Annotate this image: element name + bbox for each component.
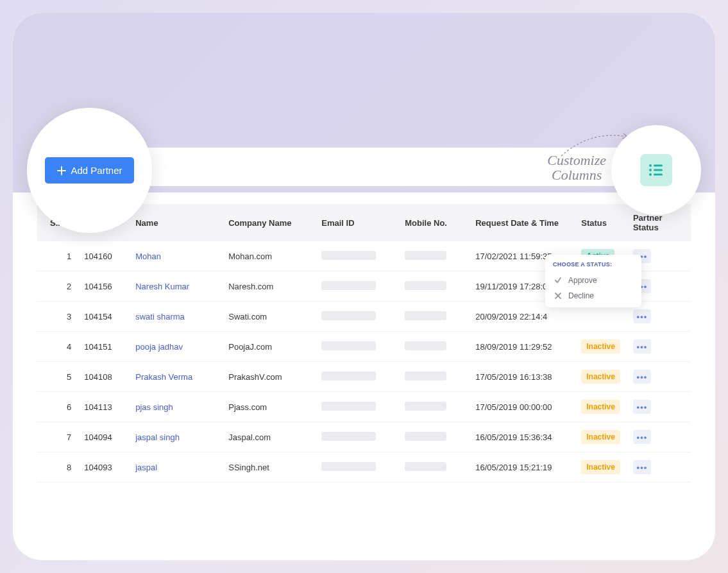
cell-mobile bbox=[398, 332, 469, 362]
column-header[interactable]: Email ID bbox=[315, 204, 398, 241]
cell-actions: ••• bbox=[627, 392, 691, 422]
cell-sno: 3 bbox=[37, 302, 78, 332]
cell-id: 104156 bbox=[78, 271, 129, 302]
table-row: 4104151pooja jadhavPoojaJ.com18/09/2019 … bbox=[37, 332, 691, 362]
redacted-email bbox=[321, 311, 376, 320]
redacted-email bbox=[321, 251, 376, 260]
popup-title: CHOOSE A STATUS: bbox=[553, 261, 634, 268]
partners-table-container: S.No.IDNameCompany NameEmail IDMobile No… bbox=[37, 204, 691, 483]
customize-columns-button[interactable] bbox=[640, 154, 672, 186]
main-card: Add Partner Customize Columns S.No.IDNam… bbox=[13, 13, 715, 560]
svg-rect-1 bbox=[654, 165, 663, 167]
cell-date: 17/05/2019 16:13:38 bbox=[469, 362, 575, 392]
cell-name: swati sharma bbox=[129, 302, 222, 332]
cell-company: Pjass.com bbox=[222, 392, 315, 422]
cell-status: Inactive bbox=[575, 422, 627, 452]
partner-name-link[interactable]: jaspal singh bbox=[135, 432, 180, 442]
more-actions-button[interactable]: ••• bbox=[633, 339, 651, 354]
table-row: 5104108Prakash VermaPrakashV.com17/05/20… bbox=[37, 362, 691, 392]
column-header[interactable]: Status bbox=[575, 204, 627, 241]
cell-name: jaspal bbox=[129, 452, 222, 483]
redacted-mobile bbox=[405, 432, 446, 441]
partner-name-link[interactable]: pjas singh bbox=[135, 402, 173, 412]
cell-email bbox=[315, 332, 398, 362]
cell-date: 16/05/2019 15:21:19 bbox=[469, 452, 575, 483]
cell-name: Naresh Kumar bbox=[129, 271, 222, 302]
more-actions-button[interactable]: ••• bbox=[633, 400, 651, 414]
table-row: 8104093jaspalSSingh.net16/05/2019 15:21:… bbox=[37, 452, 691, 483]
cell-mobile bbox=[398, 302, 469, 332]
column-header[interactable]: Request Date & Time bbox=[469, 204, 575, 241]
cell-id: 104154 bbox=[78, 302, 129, 332]
partner-name-link[interactable]: Prakash Verma bbox=[135, 372, 192, 382]
cell-id: 104094 bbox=[78, 422, 129, 452]
redacted-mobile bbox=[405, 341, 446, 350]
cell-email bbox=[315, 362, 398, 392]
more-actions-button[interactable]: ••• bbox=[633, 309, 651, 323]
cell-status: Inactive bbox=[575, 392, 627, 422]
partner-name-link[interactable]: swati sharma bbox=[135, 312, 185, 321]
cell-email bbox=[315, 392, 398, 422]
more-actions-button[interactable]: ••• bbox=[633, 370, 651, 384]
add-partner-button[interactable]: Add Partner bbox=[45, 157, 133, 184]
plus-icon bbox=[56, 166, 67, 176]
partner-name-link[interactable]: jaspal bbox=[135, 463, 157, 472]
cell-sno: 4 bbox=[37, 332, 78, 362]
cell-company: SSingh.net bbox=[222, 452, 315, 483]
cell-mobile bbox=[398, 241, 469, 271]
redacted-email bbox=[321, 281, 376, 290]
redacted-mobile bbox=[405, 402, 446, 411]
status-badge: Inactive bbox=[581, 339, 620, 354]
cell-actions: ••• bbox=[627, 452, 691, 483]
cell-name: pjas singh bbox=[129, 392, 222, 422]
cell-mobile bbox=[398, 362, 469, 392]
customize-annotation: Customize Columns bbox=[547, 153, 606, 182]
add-partner-label: Add Partner bbox=[71, 165, 122, 176]
redacted-email bbox=[321, 402, 376, 411]
cell-name: jaspal singh bbox=[129, 422, 222, 452]
cell-company: Jaspal.com bbox=[222, 422, 315, 452]
cell-email bbox=[315, 241, 398, 271]
cell-sno: 8 bbox=[37, 452, 78, 483]
status-badge: Inactive bbox=[581, 430, 620, 444]
status-popup: CHOOSE A STATUS: Approve Decline bbox=[545, 255, 641, 307]
add-partner-callout: Add Partner bbox=[27, 108, 152, 233]
check-icon bbox=[554, 277, 562, 284]
cell-mobile bbox=[398, 392, 469, 422]
x-icon bbox=[554, 292, 562, 300]
partner-name-link[interactable]: Mohan bbox=[135, 252, 161, 261]
redacted-mobile bbox=[405, 462, 446, 471]
column-header[interactable]: Mobile No. bbox=[398, 204, 469, 241]
cell-id: 104108 bbox=[78, 362, 129, 392]
cell-sno: 6 bbox=[37, 392, 78, 422]
cell-name: pooja jadhav bbox=[129, 332, 222, 362]
svg-point-4 bbox=[649, 173, 652, 176]
cell-email bbox=[315, 422, 398, 452]
table-row: 7104094jaspal singhJaspal.com16/05/2019 … bbox=[37, 422, 691, 452]
decline-option[interactable]: Decline bbox=[553, 288, 634, 304]
cell-date: 18/09/2019 11:29:52 bbox=[469, 332, 575, 362]
column-header[interactable]: Company Name bbox=[222, 204, 315, 241]
cell-mobile bbox=[398, 422, 469, 452]
table-row: 6104113pjas singhPjass.com17/05/2019 00:… bbox=[37, 392, 691, 422]
cell-name: Mohan bbox=[129, 241, 222, 271]
cell-date: 16/05/2019 15:36:34 bbox=[469, 422, 575, 452]
svg-rect-3 bbox=[654, 169, 663, 171]
cell-company: Mohan.com bbox=[222, 241, 315, 271]
redacted-email bbox=[321, 432, 376, 441]
cell-date: 17/05/2019 00:00:00 bbox=[469, 392, 575, 422]
redacted-mobile bbox=[405, 372, 446, 381]
cell-sno: 5 bbox=[37, 362, 78, 392]
cell-company: PrakashV.com bbox=[222, 362, 315, 392]
column-header[interactable]: Name bbox=[129, 204, 222, 241]
cell-company: Swati.com bbox=[222, 302, 315, 332]
more-actions-button[interactable]: ••• bbox=[633, 460, 651, 474]
cell-actions: ••• bbox=[627, 422, 691, 452]
cell-id: 104160 bbox=[78, 241, 129, 271]
partner-name-link[interactable]: pooja jadhav bbox=[135, 342, 183, 352]
cell-sno: 2 bbox=[37, 271, 78, 302]
approve-option[interactable]: Approve bbox=[553, 273, 634, 288]
partner-name-link[interactable]: Naresh Kumar bbox=[135, 282, 189, 291]
more-actions-button[interactable]: ••• bbox=[633, 430, 651, 444]
svg-rect-5 bbox=[654, 174, 663, 176]
